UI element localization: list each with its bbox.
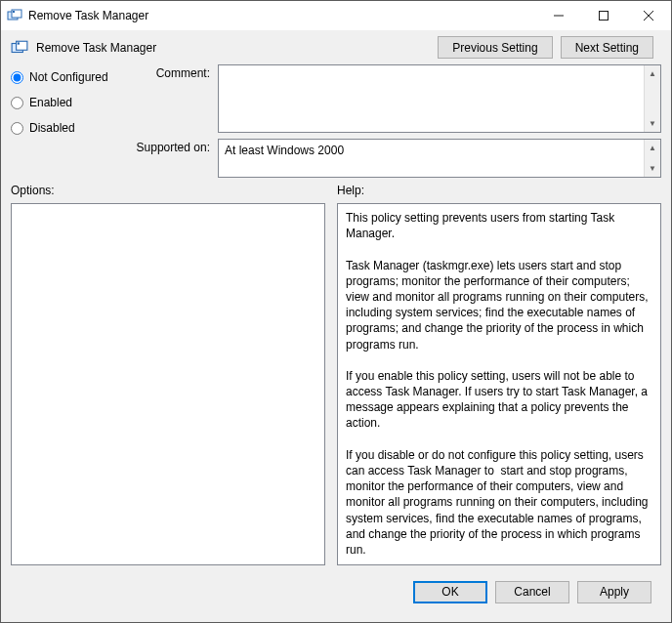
config-row: Not Configured Enabled Disabled Comment:… <box>11 64 661 178</box>
radio-enabled-input[interactable] <box>11 97 23 109</box>
svg-rect-4 <box>600 12 609 21</box>
supported-box: At least Windows 2000 ▲ ▼ <box>218 139 661 178</box>
radio-enabled[interactable]: Enabled <box>11 96 128 109</box>
content-area: Remove Task Manager Previous Setting Nex… <box>1 30 671 622</box>
svg-rect-2 <box>13 11 15 13</box>
details-row: Options: Help: This policy setting preve… <box>11 184 661 565</box>
policy-title: Remove Task Manager <box>36 41 438 55</box>
previous-setting-button[interactable]: Previous Setting <box>438 36 552 59</box>
comment-label: Comment: <box>128 64 218 80</box>
minimize-button[interactable] <box>536 1 581 30</box>
header-row: Remove Task Manager Previous Setting Nex… <box>11 36 661 59</box>
help-label: Help: <box>337 184 661 197</box>
state-radios: Not Configured Enabled Disabled <box>11 64 128 178</box>
policy-icon <box>11 39 28 57</box>
options-box <box>11 203 325 565</box>
radio-not-configured-input[interactable] <box>11 71 23 84</box>
maximize-button[interactable] <box>581 1 626 30</box>
scroll-down-icon[interactable]: ▼ <box>645 160 660 177</box>
radio-disabled-label: Disabled <box>29 121 75 135</box>
radio-not-configured[interactable]: Not Configured <box>11 70 128 84</box>
scroll-up-icon[interactable]: ▲ <box>645 65 660 82</box>
options-label: Options: <box>11 184 325 197</box>
svg-rect-9 <box>18 42 20 44</box>
ok-button[interactable]: OK <box>413 581 487 603</box>
comment-scrollbar[interactable]: ▲ ▼ <box>644 65 660 132</box>
radio-not-configured-label: Not Configured <box>29 70 108 84</box>
close-button[interactable] <box>626 1 671 30</box>
radio-enabled-label: Enabled <box>29 96 72 109</box>
supported-scrollbar[interactable]: ▲ ▼ <box>644 140 660 177</box>
help-box: This policy setting prevents users from … <box>337 203 661 565</box>
window-title: Remove Task Manager <box>28 9 536 22</box>
apply-button[interactable]: Apply <box>577 581 651 603</box>
cancel-button[interactable]: Cancel <box>495 581 569 603</box>
help-text: This policy setting prevents users from … <box>338 204 660 563</box>
comment-input[interactable]: ▲ ▼ <box>218 64 661 133</box>
scroll-down-icon[interactable]: ▼ <box>645 115 660 132</box>
scroll-up-icon[interactable]: ▲ <box>645 140 660 156</box>
supported-label: Supported on: <box>128 139 218 154</box>
supported-value: At least Windows 2000 <box>225 144 344 157</box>
radio-disabled-input[interactable] <box>11 122 23 135</box>
radio-disabled[interactable]: Disabled <box>11 121 128 135</box>
footer: OK Cancel Apply <box>11 571 661 612</box>
titlebar: Remove Task Manager <box>1 1 671 30</box>
gpedit-icon <box>7 8 22 23</box>
next-setting-button[interactable]: Next Setting <box>561 36 653 59</box>
